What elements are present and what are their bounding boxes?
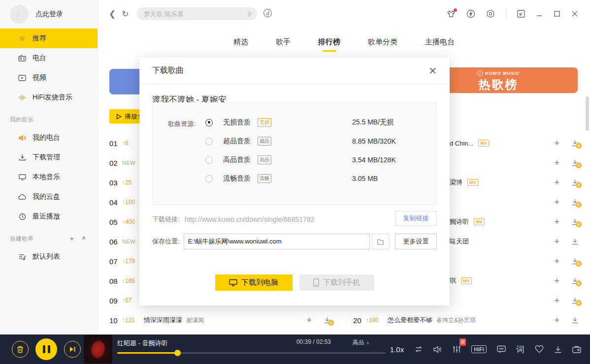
download-song-icon[interactable]: ¥ <box>571 218 579 225</box>
song-title[interactable]: 情深深雨濛濛 <box>144 316 182 325</box>
download-song-icon[interactable]: ¥ <box>571 199 579 206</box>
sidebar-item-default-playlist[interactable]: 默认列表 <box>0 247 98 267</box>
delete-song-button[interactable] <box>12 341 29 358</box>
sidebar-item-video[interactable]: 视频 <box>0 68 98 88</box>
search-input[interactable] <box>144 10 247 18</box>
sidebar-item-local-music[interactable]: 本地音乐 <box>0 167 98 187</box>
browse-folder-icon[interactable] <box>372 234 390 249</box>
refresh-icon[interactable]: ↻ <box>122 9 129 19</box>
quality-option-lossless[interactable]: 无损音质 无损 25.5 MB/无损 <box>205 118 271 127</box>
mini-mode-icon[interactable] <box>517 10 525 18</box>
lyrics-button[interactable]: 词 <box>516 344 524 355</box>
save-path-input[interactable] <box>184 234 370 249</box>
mv-badge[interactable]: MV <box>467 179 478 186</box>
quality-selector[interactable]: 高品∧ <box>352 338 369 347</box>
download-song-icon[interactable]: ¥ <box>571 297 579 304</box>
sidebar-item-hifi[interactable]: HiFi发烧音乐 <box>0 88 98 107</box>
add-to-playlist-icon[interactable]: + <box>554 198 559 207</box>
tab-live-radio[interactable]: 主播电台 <box>425 37 455 52</box>
hifi-mode-button[interactable]: HiFi <box>471 345 487 353</box>
scrollbar-thumb[interactable] <box>586 96 589 131</box>
download-current-icon[interactable] <box>554 346 562 353</box>
download-song-icon[interactable] <box>571 317 579 324</box>
favorite-heart-icon[interactable] <box>535 345 544 353</box>
tab-playlist-categories[interactable]: 歌单分类 <box>368 37 397 52</box>
maximize-icon[interactable] <box>554 10 560 17</box>
song-text-fragment[interactable]: d Chin... <box>450 140 473 147</box>
download-song-icon[interactable]: ¥ <box>571 159 579 166</box>
search-icon[interactable]: ⚲ <box>247 10 252 18</box>
sidebar-item-downloads[interactable]: 下载管理 <box>0 148 98 167</box>
song-title[interactable]: 怎么爱都爱不够 <box>388 316 432 325</box>
add-to-playlist-icon[interactable]: + <box>554 158 559 167</box>
add-to-playlist-icon[interactable]: + <box>554 296 559 305</box>
download-song-icon[interactable]: ¥ <box>571 179 579 186</box>
mv-badge[interactable]: MV <box>474 218 485 225</box>
copy-link-button[interactable]: 复制链接 <box>395 211 437 226</box>
quality-option-super[interactable]: 超品音质 超品 8.85 MB/320K <box>205 136 271 146</box>
radio-unselected[interactable] <box>205 138 213 145</box>
sidebar-item-recent-played[interactable]: 最近播放 <box>0 207 98 226</box>
sidebar-item-recommend[interactable]: ☆ 推荐 <box>0 29 98 48</box>
tab-featured[interactable]: 精选 <box>233 37 248 52</box>
sidebar-item-radio[interactable]: 电台 <box>0 48 98 68</box>
song-artist[interactable]: 崔伟立&孙艺琪 <box>436 316 476 325</box>
music-recognize-icon[interactable] <box>263 8 272 20</box>
now-playing-title[interactable]: 红昭愿 - 音阙诗听 <box>117 339 168 347</box>
minimize-icon[interactable] <box>536 10 543 17</box>
add-playlist-icon[interactable]: + <box>70 235 74 243</box>
quality-option-high[interactable]: 高品音质 高品 3.54 MB/128K <box>205 155 271 165</box>
add-to-playlist-icon[interactable]: + <box>554 217 559 226</box>
download-song-icon[interactable]: ¥ <box>571 277 579 284</box>
download-song-icon[interactable]: ¥ <box>324 317 331 324</box>
download-to-pc-button[interactable]: 下载到电脑 <box>215 274 293 291</box>
next-track-button[interactable] <box>64 341 81 358</box>
add-to-playlist-icon[interactable]: + <box>554 276 559 285</box>
add-to-playlist-icon[interactable]: + <box>554 237 559 246</box>
login-label[interactable]: 点此登录 <box>35 10 63 19</box>
dialog-close-icon[interactable]: ✕ <box>428 66 437 76</box>
sidebar-item-my-radio[interactable]: 我的电台 <box>0 128 98 148</box>
play-mode-loop-icon[interactable] <box>414 345 423 353</box>
album-art[interactable] <box>84 335 112 364</box>
add-to-playlist-icon[interactable]: + <box>554 178 559 187</box>
camera-mode-icon[interactable] <box>572 346 581 353</box>
radio-unselected[interactable] <box>205 175 213 182</box>
tab-rankings[interactable]: 排行榜 <box>318 37 340 52</box>
volume-icon[interactable] <box>433 346 442 353</box>
song-artist[interactable]: 翟潇闻 <box>186 316 204 325</box>
avatar[interactable] <box>10 5 29 24</box>
mv-badge[interactable]: MV <box>478 140 489 147</box>
more-settings-button[interactable]: 更多设置 <box>395 234 437 249</box>
radio-selected[interactable] <box>205 119 213 126</box>
song-text-fragment[interactable]: 阙诗听 <box>450 217 469 226</box>
equalizer-icon[interactable]: 新 <box>453 345 461 353</box>
add-to-playlist-icon[interactable]: + <box>306 316 312 325</box>
search-bar[interactable]: ⚲ <box>137 7 257 20</box>
song-text-fragment[interactable]: 哒天团 <box>450 237 469 246</box>
playback-speed-button[interactable]: 1.0x <box>390 345 404 354</box>
settings-gear-icon[interactable] <box>486 9 495 18</box>
back-icon[interactable]: ❮ <box>109 9 116 19</box>
progress-knob[interactable] <box>174 350 181 356</box>
close-window-icon[interactable] <box>571 10 578 17</box>
add-to-playlist-icon[interactable]: + <box>554 316 559 325</box>
song-text-fragment[interactable]: 梁博 <box>450 178 462 187</box>
sidebar-item-cloud-drive[interactable]: 我的云盘 <box>0 187 98 207</box>
tab-artists[interactable]: 歌手 <box>276 37 291 52</box>
quality-option-standard[interactable]: 流畅音质 流畅 3.05 MB <box>205 174 271 183</box>
add-to-playlist-icon[interactable]: + <box>554 139 559 148</box>
boost-icon[interactable] <box>466 9 475 18</box>
download-song-icon[interactable]: ¥ <box>571 258 579 265</box>
song-text-fragment[interactable]: 琪 <box>450 276 456 285</box>
mv-badge[interactable]: MV <box>461 277 472 284</box>
download-song-icon[interactable]: ¥ <box>571 140 579 147</box>
song-row-10[interactable]: 10 ↑121 情深深雨濛濛 翟潇闻 +¥ <box>109 310 331 330</box>
download-song-icon[interactable] <box>571 238 579 245</box>
comments-icon[interactable] <box>497 345 506 353</box>
collapse-playlists-icon[interactable]: ∧ <box>82 235 86 243</box>
radio-unselected[interactable] <box>205 156 213 164</box>
add-to-playlist-icon[interactable]: + <box>554 257 559 266</box>
progress-bar[interactable] <box>117 352 386 354</box>
song-row-20[interactable]: 20 ↑190 怎么爱都爱不够 崔伟立&孙艺琪 + <box>353 310 579 330</box>
